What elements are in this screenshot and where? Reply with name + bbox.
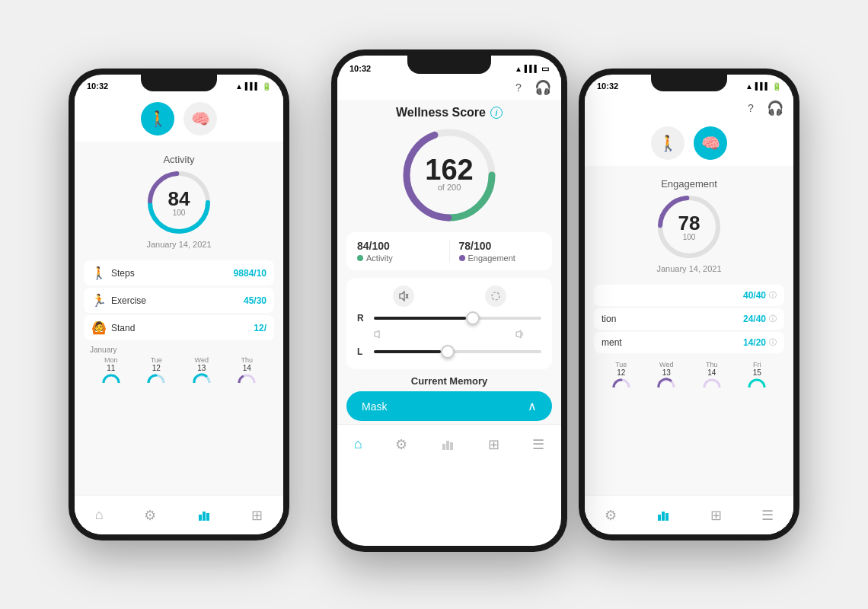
svg-point-12 [492, 292, 499, 300]
battery-icon-c: ▭ [541, 64, 549, 74]
vol-low-r [374, 330, 383, 339]
steps-icon: 🚶 [91, 266, 107, 280]
cal-day-tue-r: Tue 12 [600, 361, 643, 391]
nav-controls-left[interactable]: ⚙ [144, 507, 156, 524]
engagement-score-label: Engagement [459, 253, 542, 263]
activity-label-text: Activity [366, 253, 393, 263]
phone-center-screen: 10:32 ▲ ▌▌▌ ▭ ? 🎧 Wellness Score i [337, 56, 561, 546]
help-icon-right[interactable]: ? [742, 99, 760, 117]
slider-r-track[interactable] [374, 317, 541, 320]
cal-day-thu: Thu 14 [226, 356, 269, 386]
wifi-icon: ▲ [235, 82, 243, 91]
top-bar-center: ? 🎧 [337, 77, 561, 100]
memory-section: Current Memory Mask ∧ [346, 375, 552, 421]
cal-day-fri-r: Fri 15 [736, 361, 779, 391]
nav-hamburger-right[interactable]: ☰ [761, 507, 774, 524]
metric-label-3: ment [602, 337, 622, 348]
engagement-score-num-center: 78/100 [459, 240, 542, 252]
slider-r-label: R [357, 313, 368, 324]
exercise-row: 🏃 Exercise 45/30 [84, 288, 274, 313]
slider-l-label: L [357, 346, 368, 357]
activity-circle: 84 100 [145, 168, 213, 237]
bar-chart-icon-center [441, 438, 455, 451]
nav-stats-center[interactable] [441, 438, 455, 451]
nav-menu-right[interactable]: ⊞ [710, 507, 722, 524]
vol-icons-row [357, 285, 541, 307]
left-screen-content: 🚶 🧠 Activity [75, 96, 283, 534]
hearing-icon-center[interactable]: 🎧 [534, 78, 552, 97]
svg-marker-14 [516, 330, 521, 338]
wifi-icon-c: ▲ [515, 65, 522, 73]
steps-text: Steps [111, 268, 135, 279]
info-3[interactable]: ⓘ [769, 337, 777, 348]
nav-stats-right[interactable] [656, 509, 670, 522]
info-2[interactable]: ⓘ [769, 314, 777, 324]
nav-controls-right[interactable]: ⚙ [605, 507, 617, 524]
cal-arc-fri-r [746, 377, 767, 387]
wellness-header: Wellness Score i [337, 100, 561, 123]
calendar-days-right: Tue 12 Wed 13 [600, 361, 778, 391]
metric-val-2: 24/40 [743, 314, 766, 324]
nav-menu-center[interactable]: ⊞ [488, 436, 499, 453]
info-icon-wellness[interactable]: i [490, 107, 503, 119]
engagement-label-text: Engagement [468, 253, 515, 263]
svg-rect-5 [206, 513, 209, 521]
bar-chart-icon-right [656, 509, 670, 522]
slider-r-thumb[interactable] [466, 311, 480, 325]
bottom-nav-right: ⚙ ⊞ ☰ [585, 495, 793, 534]
engagement-score-text: 78 100 [678, 213, 700, 241]
brain-icon-right: 🧠 [701, 134, 720, 152]
stand-value: 12/ [254, 323, 266, 333]
memory-value: Mask [362, 400, 387, 413]
walk-icon-right: 🚶 [659, 134, 678, 152]
phone-center: 10:32 ▲ ▌▌▌ ▭ ? 🎧 Wellness Score i [331, 49, 567, 552]
calendar-days-left: Mon 11 Tue 12 [90, 356, 268, 386]
activity-score-label: Activity [357, 253, 440, 263]
speaker-icon [398, 291, 409, 301]
help-icon-center[interactable]: ? [509, 78, 528, 97]
activity-date: January 14, 2021 [146, 240, 211, 249]
wellness-circle: 162 of 200 [400, 126, 499, 225]
steps-label: 🚶 Steps [91, 266, 135, 280]
volume-off-icon[interactable] [393, 285, 414, 307]
info-1[interactable]: ⓘ [769, 290, 777, 301]
slider-l-thumb[interactable] [441, 345, 455, 359]
steps-row: 🚶 Steps 9884/10 [84, 260, 274, 285]
center-screen-content: ? 🎧 Wellness Score i [337, 77, 561, 464]
svg-rect-21 [658, 515, 661, 521]
engagement-score-num: 78 [678, 213, 700, 233]
slider-l-track[interactable] [374, 350, 541, 353]
svg-marker-13 [375, 330, 379, 338]
nav-home-center[interactable]: ⌂ [354, 436, 362, 452]
memory-button[interactable]: Mask ∧ [346, 391, 552, 421]
engagement-date: January 14, 2021 [656, 264, 721, 273]
engagement-score-card: 78/100 Engagement [459, 240, 542, 263]
settings-icon[interactable] [485, 285, 506, 307]
engagement-content-right: Engagement 78 [585, 166, 793, 495]
svg-rect-4 [203, 512, 206, 521]
time-right: 10:32 [597, 81, 618, 91]
phone-left: 10:32 ▲ ▌▌▌ 🔋 🚶 🧠 [69, 69, 289, 540]
nav-stats-left[interactable] [197, 509, 211, 522]
brain-tab-right[interactable]: 🧠 [694, 126, 727, 160]
brain-tab-left[interactable]: 🧠 [183, 102, 217, 136]
top-bar-right: ? 🎧 [585, 96, 793, 120]
walk-icon: 🚶 [148, 110, 168, 128]
nav-hamburger-center[interactable]: ☰ [532, 436, 544, 453]
cal-arc-tue-r [611, 377, 632, 387]
svg-marker-9 [400, 292, 404, 301]
svg-rect-23 [665, 513, 669, 521]
cal-day-wed-r: Wed 13 [646, 361, 688, 391]
nav-menu-left[interactable]: ⊞ [251, 507, 263, 524]
score-cards: 84/100 Activity 78/100 Engagement [346, 232, 552, 270]
hearing-icon-right[interactable]: 🎧 [766, 99, 784, 117]
notch-left [141, 75, 217, 91]
nav-home-left[interactable]: ⌂ [95, 507, 104, 523]
calendar-right: Tue 12 Wed 13 [594, 356, 784, 394]
cal-day-wed: Wed 13 [180, 356, 223, 386]
activity-tab-right[interactable]: 🚶 [651, 126, 685, 160]
activity-score-text: 84 100 [168, 189, 190, 217]
activity-tab-left[interactable]: 🚶 [141, 102, 174, 136]
activity-content-left: Activity 84 [75, 142, 283, 495]
nav-controls-center[interactable]: ⚙ [395, 436, 407, 453]
